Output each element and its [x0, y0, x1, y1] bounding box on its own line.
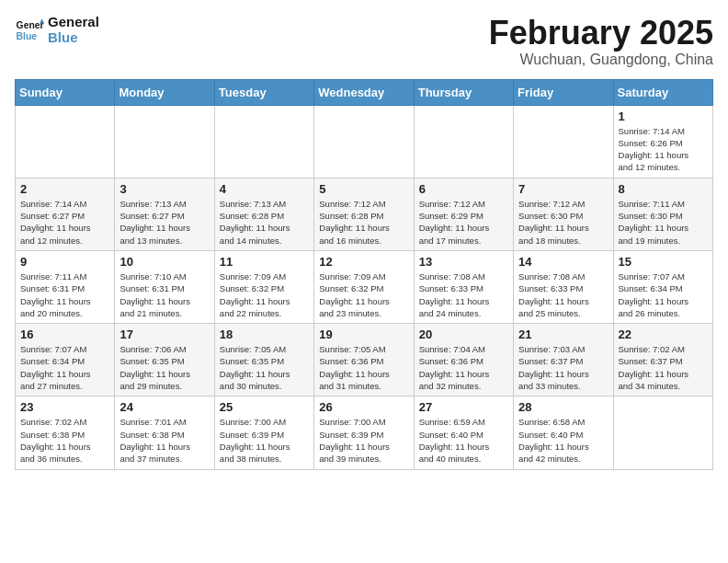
day-number: 26 — [319, 400, 408, 414]
calendar-cell: 18Sunrise: 7:05 AM Sunset: 6:35 PM Dayli… — [214, 324, 313, 396]
calendar-week-1: 1Sunrise: 7:14 AM Sunset: 6:26 PM Daylig… — [16, 105, 713, 178]
calendar-cell: 25Sunrise: 7:00 AM Sunset: 6:39 PM Dayli… — [214, 396, 313, 469]
calendar-cell — [613, 396, 712, 469]
calendar-cell — [314, 105, 414, 178]
day-number: 27 — [419, 400, 508, 414]
calendar-cell: 22Sunrise: 7:02 AM Sunset: 6:37 PM Dayli… — [613, 324, 712, 396]
calendar-cell: 6Sunrise: 7:12 AM Sunset: 6:29 PM Daylig… — [414, 178, 513, 250]
day-info: Sunrise: 6:59 AM Sunset: 6:40 PM Dayligh… — [419, 416, 508, 465]
svg-text:Blue: Blue — [17, 30, 38, 40]
day-info: Sunrise: 7:12 AM Sunset: 6:29 PM Dayligh… — [419, 198, 508, 247]
weekday-header-friday: Friday — [514, 79, 613, 105]
calendar-cell: 17Sunrise: 7:06 AM Sunset: 6:35 PM Dayli… — [115, 324, 214, 396]
calendar-cell: 27Sunrise: 6:59 AM Sunset: 6:40 PM Dayli… — [414, 396, 513, 469]
location: Wuchuan, Guangdong, China — [489, 52, 713, 68]
day-number: 5 — [319, 182, 408, 196]
calendar-week-5: 23Sunrise: 7:02 AM Sunset: 6:38 PM Dayli… — [16, 396, 713, 469]
title-block: February 2025 Wuchuan, Guangdong, China — [489, 15, 713, 68]
calendar-cell: 7Sunrise: 7:12 AM Sunset: 6:30 PM Daylig… — [514, 178, 613, 250]
calendar-cell: 23Sunrise: 7:02 AM Sunset: 6:38 PM Dayli… — [16, 396, 115, 469]
weekday-header-wednesday: Wednesday — [314, 79, 414, 105]
day-number: 23 — [20, 400, 109, 414]
day-info: Sunrise: 7:10 AM Sunset: 6:31 PM Dayligh… — [119, 270, 209, 319]
day-info: Sunrise: 7:13 AM Sunset: 6:28 PM Dayligh… — [220, 198, 309, 247]
calendar-cell: 3Sunrise: 7:13 AM Sunset: 6:27 PM Daylig… — [115, 178, 214, 250]
day-info: Sunrise: 7:03 AM Sunset: 6:37 PM Dayligh… — [518, 343, 608, 392]
day-number: 17 — [119, 327, 209, 341]
day-number: 13 — [419, 255, 508, 269]
month-title: February 2025 — [489, 15, 713, 52]
calendar-cell — [214, 105, 313, 178]
day-number: 15 — [619, 255, 708, 269]
day-info: Sunrise: 7:09 AM Sunset: 6:32 PM Dayligh… — [319, 270, 408, 319]
calendar-cell: 21Sunrise: 7:03 AM Sunset: 6:37 PM Dayli… — [514, 324, 613, 396]
day-info: Sunrise: 7:04 AM Sunset: 6:36 PM Dayligh… — [419, 343, 508, 392]
day-info: Sunrise: 7:14 AM Sunset: 6:26 PM Dayligh… — [619, 125, 708, 174]
day-number: 11 — [220, 255, 309, 269]
day-number: 14 — [518, 255, 608, 269]
calendar-cell: 24Sunrise: 7:01 AM Sunset: 6:38 PM Dayli… — [115, 396, 214, 469]
calendar-cell: 15Sunrise: 7:07 AM Sunset: 6:34 PM Dayli… — [613, 250, 712, 323]
day-number: 3 — [119, 182, 209, 196]
day-info: Sunrise: 7:06 AM Sunset: 6:35 PM Dayligh… — [119, 343, 209, 392]
weekday-header-saturday: Saturday — [613, 79, 712, 105]
calendar-cell: 5Sunrise: 7:12 AM Sunset: 6:28 PM Daylig… — [314, 178, 414, 250]
calendar-cell — [414, 105, 513, 178]
day-info: Sunrise: 6:58 AM Sunset: 6:40 PM Dayligh… — [518, 416, 608, 465]
logo: General Blue General Blue — [15, 15, 99, 45]
calendar-table: SundayMondayTuesdayWednesdayThursdayFrid… — [15, 79, 713, 470]
day-number: 16 — [20, 327, 109, 341]
calendar-week-2: 2Sunrise: 7:14 AM Sunset: 6:27 PM Daylig… — [16, 178, 713, 250]
day-number: 24 — [119, 400, 209, 414]
day-info: Sunrise: 7:02 AM Sunset: 6:38 PM Dayligh… — [20, 416, 109, 465]
calendar-cell: 28Sunrise: 6:58 AM Sunset: 6:40 PM Dayli… — [514, 396, 613, 469]
calendar-header-row: SundayMondayTuesdayWednesdayThursdayFrid… — [16, 79, 713, 105]
day-info: Sunrise: 7:02 AM Sunset: 6:37 PM Dayligh… — [619, 343, 708, 392]
calendar-cell: 10Sunrise: 7:10 AM Sunset: 6:31 PM Dayli… — [115, 250, 214, 323]
day-number: 12 — [319, 255, 408, 269]
day-info: Sunrise: 7:13 AM Sunset: 6:27 PM Dayligh… — [119, 198, 209, 247]
day-info: Sunrise: 7:08 AM Sunset: 6:33 PM Dayligh… — [419, 270, 508, 319]
calendar-cell — [16, 105, 115, 178]
day-info: Sunrise: 7:11 AM Sunset: 6:30 PM Dayligh… — [619, 198, 708, 247]
day-info: Sunrise: 7:05 AM Sunset: 6:36 PM Dayligh… — [319, 343, 408, 392]
logo-icon: General Blue — [15, 16, 44, 45]
weekday-header-sunday: Sunday — [16, 79, 115, 105]
day-number: 25 — [220, 400, 309, 414]
day-info: Sunrise: 7:07 AM Sunset: 6:34 PM Dayligh… — [619, 270, 708, 319]
day-number: 20 — [419, 327, 508, 341]
day-number: 10 — [119, 255, 209, 269]
day-info: Sunrise: 7:09 AM Sunset: 6:32 PM Dayligh… — [220, 270, 309, 319]
day-number: 6 — [419, 182, 508, 196]
weekday-header-thursday: Thursday — [414, 79, 513, 105]
day-info: Sunrise: 7:01 AM Sunset: 6:38 PM Dayligh… — [119, 416, 209, 465]
page-header: General Blue General Blue February 2025 … — [15, 15, 713, 68]
calendar-cell: 26Sunrise: 7:00 AM Sunset: 6:39 PM Dayli… — [314, 396, 414, 469]
day-number: 4 — [220, 182, 309, 196]
weekday-header-monday: Monday — [115, 79, 214, 105]
calendar-cell — [514, 105, 613, 178]
day-info: Sunrise: 7:05 AM Sunset: 6:35 PM Dayligh… — [220, 343, 309, 392]
logo-blue: Blue — [48, 30, 99, 46]
day-number: 22 — [619, 327, 708, 341]
day-number: 9 — [20, 255, 109, 269]
day-info: Sunrise: 7:00 AM Sunset: 6:39 PM Dayligh… — [220, 416, 309, 465]
calendar-cell: 4Sunrise: 7:13 AM Sunset: 6:28 PM Daylig… — [214, 178, 313, 250]
calendar-cell: 20Sunrise: 7:04 AM Sunset: 6:36 PM Dayli… — [414, 324, 513, 396]
calendar-cell: 16Sunrise: 7:07 AM Sunset: 6:34 PM Dayli… — [16, 324, 115, 396]
day-number: 7 — [518, 182, 608, 196]
calendar-cell: 9Sunrise: 7:11 AM Sunset: 6:31 PM Daylig… — [16, 250, 115, 323]
day-number: 1 — [619, 109, 708, 123]
day-number: 28 — [518, 400, 608, 414]
day-number: 21 — [518, 327, 608, 341]
logo-general: General — [48, 15, 99, 30]
day-info: Sunrise: 7:12 AM Sunset: 6:28 PM Dayligh… — [319, 198, 408, 247]
day-info: Sunrise: 7:00 AM Sunset: 6:39 PM Dayligh… — [319, 416, 408, 465]
calendar-cell: 19Sunrise: 7:05 AM Sunset: 6:36 PM Dayli… — [314, 324, 414, 396]
day-number: 19 — [319, 327, 408, 341]
svg-text:General: General — [17, 20, 44, 30]
weekday-header-tuesday: Tuesday — [214, 79, 313, 105]
day-info: Sunrise: 7:12 AM Sunset: 6:30 PM Dayligh… — [518, 198, 608, 247]
calendar-week-4: 16Sunrise: 7:07 AM Sunset: 6:34 PM Dayli… — [16, 324, 713, 396]
day-info: Sunrise: 7:11 AM Sunset: 6:31 PM Dayligh… — [20, 270, 109, 319]
